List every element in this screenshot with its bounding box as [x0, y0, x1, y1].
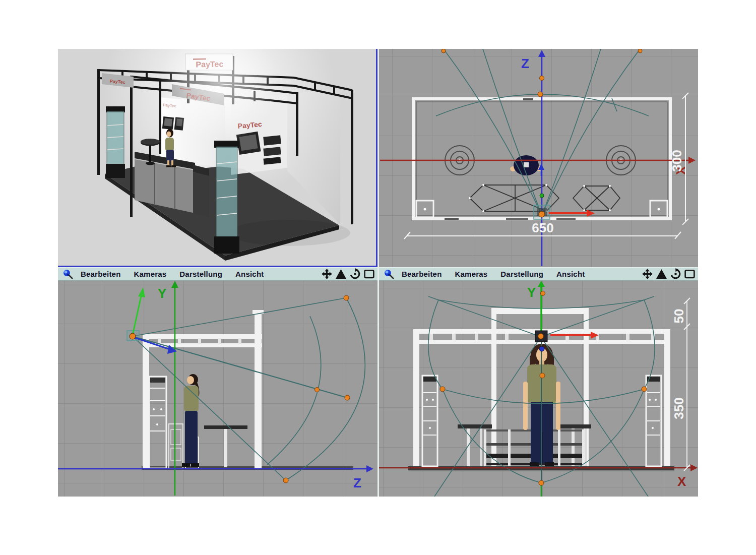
shelf-tower-front-left: [422, 376, 437, 466]
menu-darstellung[interactable]: Darstellung: [500, 270, 543, 278]
camera-gizmo-plan[interactable]: [534, 164, 595, 219]
menu-kameras[interactable]: Kameras: [455, 270, 488, 278]
camera-anchor: [538, 334, 544, 339]
counter-plan-right: [573, 185, 620, 211]
shelf-tower-front-right: [646, 376, 661, 466]
axis-y-label: Y: [527, 285, 536, 300]
gizmo-blue-handle: [539, 346, 544, 351]
dimension-depth-value: 300: [669, 150, 684, 171]
axis-z-side: Z: [58, 465, 373, 490]
viewport-perspective[interactable]: PayTec PayTec: [58, 49, 377, 267]
person-side: [182, 374, 199, 467]
menu-kameras[interactable]: Kameras: [134, 270, 167, 278]
dimension-top-value: 50: [671, 309, 686, 324]
axis-z-label: Z: [521, 56, 529, 71]
dimension-width-value: 650: [532, 220, 553, 235]
tower-plan-right: [650, 201, 667, 217]
viewport-quad: PayTec PayTec: [58, 49, 698, 497]
menu-bearbeiten[interactable]: Bearbeiten: [81, 270, 121, 278]
stands-side: [169, 424, 247, 468]
gizmo-y-arrow: [133, 294, 142, 335]
maximize-icon[interactable]: [684, 268, 696, 280]
viewport-tools: [642, 268, 698, 280]
camera-anchor: [539, 211, 545, 217]
rotate-icon[interactable]: [349, 268, 361, 280]
perspective-render: PayTec PayTec: [58, 49, 376, 266]
viewport-tools: [321, 268, 377, 280]
pin-icon[interactable]: [383, 268, 395, 280]
glass-tower-left: [106, 106, 125, 178]
shelf-tower-side: [149, 377, 166, 468]
dimension-depth: 300: [669, 93, 688, 225]
zoom-icon[interactable]: [335, 268, 347, 280]
dimension-height-value: 350: [671, 397, 686, 419]
viewport-menubar-side: Bearbeiten Kameras Darstellung Ansicht: [58, 267, 377, 281]
dimension-width: 650: [404, 220, 681, 239]
pin-icon[interactable]: [62, 268, 74, 280]
person-plan: [510, 155, 543, 175]
gizmo-green-handle: [540, 194, 544, 198]
menu-ansicht[interactable]: Ansicht: [235, 270, 264, 278]
dimension-column: 50 350: [671, 298, 690, 471]
menu-bearbeiten[interactable]: Bearbeiten: [402, 270, 442, 278]
zoom-icon[interactable]: [656, 268, 667, 280]
axis-z-label: Z: [353, 475, 361, 490]
tower-plan-left: [416, 201, 433, 217]
spline-handles[interactable]: [283, 295, 350, 483]
viewport-side[interactable]: Y Z: [58, 281, 377, 497]
maximize-icon[interactable]: [363, 268, 375, 280]
viewport-top[interactable]: X Z: [379, 49, 698, 267]
camera-anchor: [130, 333, 136, 339]
menu-ansicht[interactable]: Ansicht: [556, 270, 585, 278]
menu-darstellung[interactable]: Darstellung: [179, 270, 222, 278]
pan-icon[interactable]: [642, 268, 653, 280]
rotate-icon[interactable]: [670, 268, 681, 280]
glass-tower-right: [214, 141, 239, 254]
camera-cone-side: [133, 298, 365, 480]
axis-x-front: X: [379, 464, 698, 489]
pan-icon[interactable]: [321, 268, 333, 280]
viewport-front[interactable]: Y X: [379, 281, 698, 497]
axis-x-label: X: [677, 474, 686, 489]
axis-y-label: Y: [158, 286, 166, 301]
viewport-menubar-front: Bearbeiten Kameras Darstellung Ansicht: [379, 267, 698, 281]
